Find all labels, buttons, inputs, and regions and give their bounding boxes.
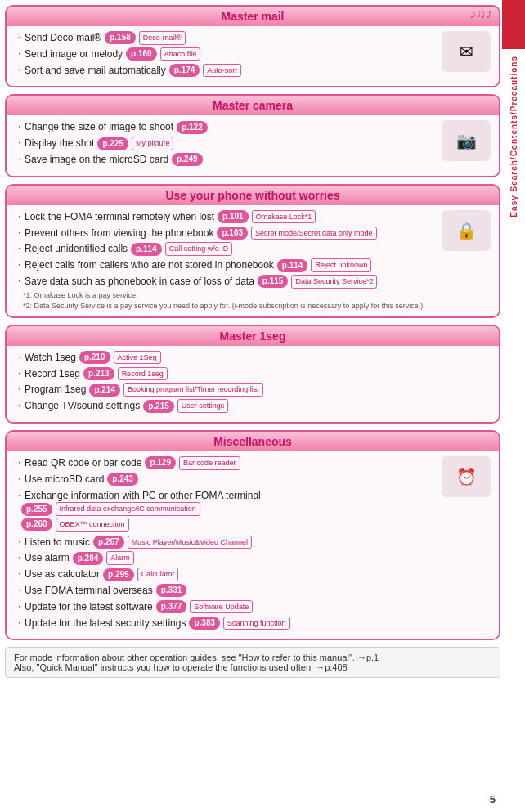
feature-badge: Data Security Service*2 [291,275,377,289]
feature-badge: Music Player/Music&Video Channel [128,536,252,550]
feature-badge: Booking program list/Timer recording lis… [123,383,263,397]
bottom-note-line1: For mode information about other operati… [14,653,491,662]
footnote-1: *1: Omakase Lock is a pay service. [23,291,442,299]
list-item: ・Save data such as phonebook in case of … [15,275,442,289]
feature-badge: Call setting w/o ID [165,242,233,256]
page-badge[interactable]: p.214 [89,384,120,397]
bottom-note: For mode information about other operati… [5,647,500,678]
list-item: ・Watch 1seg p.210 Active 1Seg [15,351,491,365]
section-master-1seg-title: Master 1seg [220,330,286,343]
section-miscellaneous-body: ・Read QR code or bar code p.129 Bar code… [7,451,499,639]
page-badge[interactable]: p.174 [169,64,200,77]
section-master-camera-title: Master camera [213,99,293,112]
section-master-camera: Master camera ・Change the size of image … [5,94,500,177]
list-item: ・Use microSD card p.243 [15,473,442,487]
page-badge[interactable]: p.255 [21,503,52,516]
list-item: ・Use as calculator p.295 Calculator [15,568,442,581]
list-item: ・Update for the latest security settings… [15,617,442,630]
list-item: ・Lock the FOMA terminal remotely when lo… [15,210,442,224]
feature-badge: Software Update [190,600,253,614]
list-item: ・Display the shot p.225 My picture [15,137,442,150]
page-badge[interactable]: p.225 [97,137,128,150]
list-item: ・Listen to music p.267 Music Player/Musi… [15,536,442,550]
mail-image: ✉ [442,31,491,72]
section-master-camera-body: ・Change the size of image to shoot p.122… [7,115,499,175]
list-item: ・Record 1seg p.213 Record 1seg [15,367,491,381]
feature-badge: Omakase Lock*1 [252,210,316,224]
feature-badge: Reject unknown [311,258,371,272]
section-worries-header: Use your phone without worries [7,186,499,205]
feature-badge: Auto-sort [203,64,241,78]
badge-row-260: p.260 OBEX™ connection [21,518,204,532]
section-miscellaneous-header: Miscellaneous [7,432,499,451]
page-badge[interactable]: p.215 [143,400,174,413]
page-badge[interactable]: p.295 [103,568,134,581]
feature-badge: Deco-mail® [139,31,186,45]
page-badge[interactable]: p.284 [73,552,104,565]
list-item: ・Program 1seg p.214 Booking program list… [15,383,491,397]
extra-badges-group: p.255 Infrared data exchange/IC communic… [21,502,204,532]
feature-badge: Record 1seg [118,367,168,381]
page-wrapper: ♪♫♪ Master mail ・Send Deco-mail® p.158 D… [0,0,525,812]
list-item: ・Save image on the microSD card p.249 [15,153,442,167]
feature-badge: User settings [177,399,229,413]
list-item: ・Exchange information with PC or other F… [15,489,442,533]
section-master-camera-header: Master camera [7,96,499,115]
page-badge[interactable]: p.243 [107,473,138,486]
bottom-note-line2: Also, "Quick Manual" instructs you how t… [14,662,491,672]
page-badge[interactable]: p.114 [131,243,162,256]
feature-badge: My picture [132,137,174,150]
feature-badge: OBEX™ connection [56,518,129,532]
page-badge[interactable]: p.331 [156,584,187,597]
list-item: ・Change TV/sound settings p.215 User set… [15,399,491,413]
page-badge[interactable]: p.213 [83,367,114,380]
section-master-1seg-body: ・Watch 1seg p.210 Active 1Seg ・Record 1s… [7,346,499,422]
feature-badge: Alarm [106,551,134,565]
badge-row-255: p.255 Infrared data exchange/IC communic… [21,502,204,516]
list-item: ・Change the size of image to shoot p.122 [15,120,442,134]
section-master-mail-body: ・Send Deco-mail® p.158 Deco-mail® ・Send … [7,26,499,86]
list-item: ・Read QR code or bar code p.129 Bar code… [15,456,442,470]
page-badge[interactable]: p.103 [217,227,248,240]
section-worries-body: ・Lock the FOMA terminal remotely when lo… [7,205,499,316]
page-badge[interactable]: p.160 [126,47,157,61]
feature-badge: Attach file [160,47,201,61]
page-badge[interactable]: p.260 [21,518,52,531]
list-item: ・Use alarm p.284 Alarm [15,551,442,565]
page-badge[interactable]: p.210 [79,351,110,364]
section-master-1seg-header: Master 1seg [7,326,499,346]
page-badge[interactable]: p.129 [145,456,176,469]
section-worries-title: Use your phone without worries [165,189,339,202]
list-item: ・Reject calls from callers who are not s… [15,258,442,272]
section-master-mail-header: Master mail [7,7,499,26]
list-item: ・Reject unidentified calls p.114 Call se… [15,242,442,256]
feature-badge: Bar code reader [179,456,240,470]
music-decoration: ♪♫♪ [469,7,492,21]
camera-image: 📷 [442,120,491,161]
section-miscellaneous-title: Miscellaneous [213,435,292,448]
list-item: ・Send image or melody p.160 Attach file [15,47,442,61]
page-badge[interactable]: p.101 [218,210,249,223]
page-badge[interactable]: p.158 [105,31,136,44]
page-badge[interactable]: p.115 [258,275,289,288]
feature-badge: Scanning function [223,617,290,630]
side-banner-text: Easy Search/Contents/Precautions [509,56,518,218]
section-master-1seg: Master 1seg ・Watch 1seg p.210 Active 1Se… [5,325,500,424]
feature-badge: Infrared data exchange/IC communication [56,502,200,516]
section-worries: Use your phone without worries ・Lock the… [5,184,500,318]
page-badge[interactable]: p.114 [277,259,308,272]
list-item: ・Update for the latest software p.377 So… [15,600,442,614]
feature-badge: Active 1Seg [114,351,161,365]
page-badge[interactable]: p.383 [189,617,220,630]
misc-image: ⏰ [442,456,491,497]
section-master-mail: Master mail ・Send Deco-mail® p.158 Deco-… [5,5,500,87]
page-badge[interactable]: p.267 [93,536,124,549]
page-badge[interactable]: p.377 [156,600,187,613]
list-item: ・Sort and save mail automatically p.174 … [15,64,442,78]
side-banner: Easy Search/Contents/Precautions [502,0,525,812]
list-item: ・Send Deco-mail® p.158 Deco-mail® [15,31,442,45]
page-badge[interactable]: p.249 [172,153,203,166]
feature-badge: Calculator [137,568,179,581]
page-badge[interactable]: p.122 [177,121,208,134]
section-miscellaneous: Miscellaneous ・Read QR code or bar code … [5,430,500,640]
